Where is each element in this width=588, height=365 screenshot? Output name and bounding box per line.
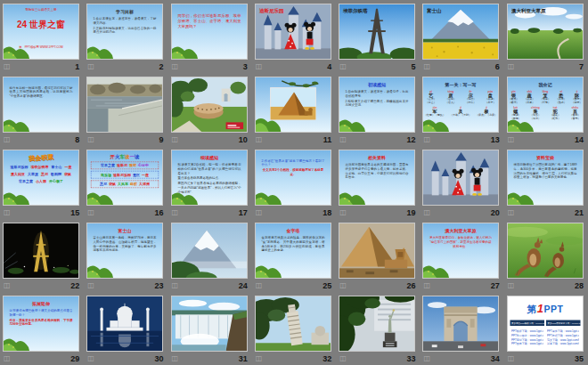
transition-icon[interactable]: ◫: [4, 282, 11, 289]
slide-thumbnail-27[interactable]: 澳大利亚大草原澳大利亚草原辽阔，畜牧业发达，被人们称为“骑在羊背上的国家”，那里…: [422, 223, 499, 279]
transition-icon[interactable]: ◫: [87, 136, 94, 143]
slide-thumbnail-5[interactable]: 埃菲尔铁塔: [339, 4, 415, 60]
transition-icon[interactable]: ◫: [172, 355, 179, 362]
slide-thumbnail-31[interactable]: [171, 296, 248, 352]
transition-icon[interactable]: ◫: [423, 355, 430, 362]
slide-thumbnail-22[interactable]: [3, 223, 79, 279]
slide-content: 第一关：写一写yì艺（艺术）（工艺）táng唐（唐朝）（唐人）ěr尔（偶尔）（尔…: [423, 77, 498, 132]
train-word-group: 悉尼袋鼠大风车骆驼大洋洲: [91, 181, 159, 189]
slide-thumbnail-24[interactable]: [171, 223, 248, 279]
photo-pisa: [256, 296, 331, 351]
vocab-entry: ěr尔（偶尔）（尔后）: [463, 90, 478, 105]
slide-thumbnail-18[interactable]: 2.作者在“世界之窗”游览了哪些地方？看到了什么？全文共有2个自然段，按游览顺序…: [255, 150, 331, 206]
transition-icon[interactable]: ◫: [339, 282, 347, 289]
slide-thumbnail-30[interactable]: [86, 296, 163, 352]
grass-hill-decoration: [4, 333, 39, 351]
transition-icon[interactable]: ◫: [87, 63, 94, 70]
body-line: 默读课文第2自然段，想一想：作者是带着怎样的心情游览“世界之窗”的？从哪些词句可…: [177, 163, 241, 175]
slide-number: 30: [155, 354, 164, 363]
slide-thumbnail-12[interactable]: 初读感知1.自由朗读课文，读准字音，读通句子，标出自然段序号。2.想想课文介绍了…: [339, 77, 415, 133]
transition-icon[interactable]: ◫: [508, 355, 515, 362]
slide-thumbnail-17[interactable]: 细读感知默读课文第2自然段，想一想：作者是带着怎样的心情游览“世界之窗”的？从哪…: [171, 150, 248, 206]
slide-title: 金字塔: [259, 228, 327, 234]
transition-icon[interactable]: ◫: [87, 209, 94, 216]
slide-thumbnail-6[interactable]: 富士山: [422, 4, 499, 60]
transition-icon[interactable]: ◫: [339, 355, 347, 362]
transition-icon[interactable]: ◫: [256, 136, 263, 143]
slide-thumbnail-2[interactable]: 学习目标1.会认本课生字，读准字音，读通课文，了解课文内容。2.正确流利地朗读课…: [86, 4, 163, 60]
edition-caption: 鄂教版三年级语文上册: [4, 8, 78, 12]
transition-icon[interactable]: ◫: [172, 209, 179, 216]
slide-thumbnail-23[interactable]: 富士山富士山是日本第一高峰，海拔3776米，是日本人民心中的圣岳。山顶终年积雪，…: [86, 223, 163, 279]
transition-icon[interactable]: ◫: [339, 63, 347, 70]
slide-thumbnail-15[interactable]: 我会积累迪斯尼乐园埃菲尔铁塔富士山一座澳大利亚大草原悉尼歌剧院袋鼠世界之窗小人国…: [3, 150, 79, 206]
transition-icon[interactable]: ◫: [256, 209, 263, 216]
slide-thumbnail-28[interactable]: [507, 223, 584, 279]
slide-thumbnail-21[interactable]: 资料宝袋埃菲尔铁塔位于法国巴黎战神广场，建于1889年，高300多米，是巴黎最高…: [507, 150, 584, 206]
photo-mini-park: [172, 77, 247, 132]
banner-strip[interactable]: 更多精品PPT模板下载：WWW.1PPT.COM: [510, 320, 544, 327]
slide-thumbnail-11[interactable]: [255, 77, 331, 133]
slide-cell-12: 初读感知1.自由朗读课文，读准字音，读通句子，标出自然段序号。2.想想课文介绍了…: [336, 73, 420, 146]
transition-icon[interactable]: ◫: [256, 63, 263, 70]
transition-icon[interactable]: ◫: [87, 355, 94, 362]
word-chip: 心目中: [138, 164, 149, 168]
transition-icon[interactable]: ◫: [172, 282, 179, 289]
slide-content: 开火车读一读世界之窗迪斯尼微缩心目中游乐场迪斯尼乐园景区一座悉尼袋鼠大风车骆驼大…: [87, 150, 162, 205]
slide-thumbnail-19[interactable]: 相关资料迪斯尼乐园是世界著名的主题游乐园，里面有许多深受孩子们喜爱的卡通人物，如…: [339, 150, 415, 206]
slide-thumbnail-14[interactable]: 我会记yín银（银色）（银河）shū蔬（蔬菜）（蔬果）lǒng笼（笼罩）（灯笼）…: [507, 77, 584, 133]
transition-icon[interactable]: ◫: [339, 209, 347, 216]
slide-thumbnail-4[interactable]: 迪斯尼乐园: [255, 4, 331, 60]
slide-thumbnail-33[interactable]: [339, 296, 415, 352]
slide-thumbnail-29[interactable]: 拓展延伸这节课你有哪些收获？课文介绍的景点你最喜欢哪一处？作业：搜集更多世界风景…: [3, 296, 79, 352]
transition-icon[interactable]: ◫: [508, 136, 515, 143]
transition-icon[interactable]: ◫: [4, 355, 11, 362]
slide-footer: ◫25: [256, 280, 331, 291]
slide-cell-33: ◫33: [336, 292, 420, 365]
transition-icon[interactable]: ◫: [172, 63, 179, 70]
slide-footer: ◫16: [87, 207, 163, 218]
transition-icon[interactable]: ◫: [508, 209, 515, 216]
slide-thumbnail-8[interactable]: 如今有这样一种游乐园，通过它我们可以了解世界上其他国家的风景名胜，这就是被称为“…: [3, 77, 79, 133]
slide-thumbnail-10[interactable]: [171, 77, 248, 133]
transition-icon[interactable]: ◫: [172, 136, 179, 143]
slide-thumbnail-7[interactable]: 澳大利亚大草原: [507, 4, 584, 60]
transition-icon[interactable]: ◫: [87, 282, 94, 289]
transition-icon[interactable]: ◫: [339, 136, 347, 143]
slide-thumbnail-9[interactable]: [86, 77, 163, 133]
slide-thumbnail-3[interactable]: 同学们，你们去过迪斯尼乐园、埃菲尔铁塔、富士山、金字塔、澳大利亚大草原吗？: [171, 4, 248, 60]
transition-icon[interactable]: ◫: [4, 136, 11, 143]
slide-number: 32: [323, 354, 331, 363]
grass-hill-decoration: [172, 41, 208, 59]
link-item[interactable]: PPT图表下载：www.1ppt.com/tubiao/: [511, 342, 543, 346]
banner-strip[interactable]: 更多PPT课件背景下载：WWW.1PPT.COM: [546, 320, 581, 327]
slide-thumbnail-25[interactable]: 金字塔金字塔是古埃及法老的陵墓，因形状像汉字的“金”字而得名。其中最大的是胡夫金…: [255, 223, 331, 279]
slide-thumbnail-34[interactable]: [422, 296, 499, 352]
link-item[interactable]: 试卷下载：www.1ppt.com/shiti/: [547, 342, 579, 346]
slide-thumbnail-26[interactable]: [339, 223, 415, 279]
transition-icon[interactable]: ◫: [4, 63, 11, 70]
slide-thumbnail-20[interactable]: [422, 150, 499, 206]
slide-number: 25: [323, 281, 331, 290]
body-line: 重点体会各处风景名胜的特点。: [177, 176, 241, 181]
transition-icon[interactable]: ◫: [256, 355, 263, 362]
slide-thumbnail-35[interactable]: 第1PPT更多精品PPT模板下载：WWW.1PPT.COM更多PPT课件背景下载…: [507, 296, 584, 352]
body-line: 1.自由朗读课文，读准字音，读通句子，标出自然段序号。: [346, 90, 409, 98]
transition-icon[interactable]: ◫: [423, 209, 430, 216]
transition-icon[interactable]: ◫: [423, 136, 430, 143]
slide-footer: ◫21: [508, 207, 584, 218]
transition-icon[interactable]: ◫: [423, 63, 430, 70]
slide-content: 学习目标1.会认本课生字，读准字音，读通课文，了解课文内容。2.正确流利地朗读课…: [87, 4, 162, 59]
slide-number: 22: [70, 281, 79, 290]
transition-icon[interactable]: ◫: [508, 63, 515, 70]
slide-thumbnail-32[interactable]: [255, 296, 331, 352]
slide-thumbnail-16[interactable]: 开火车读一读世界之窗迪斯尼微缩心目中游乐场迪斯尼乐园景区一座悉尼袋鼠大风车骆驼大…: [86, 150, 163, 206]
transition-icon[interactable]: ◫: [423, 282, 430, 289]
photo-liberty: [339, 296, 414, 351]
transition-icon[interactable]: ◫: [508, 282, 515, 289]
slide-thumbnail-13[interactable]: 第一关：写一写yì艺（艺术）（工艺）táng唐（唐朝）（唐人）ěr尔（偶尔）（尔…: [422, 77, 499, 133]
slide-thumbnail-1[interactable]: 鄂教版三年级语文上册24 世界之窗第一PPT模板网 WWW.1PPT.COM: [3, 4, 79, 60]
slide-number: 13: [491, 135, 500, 144]
transition-icon[interactable]: ◫: [256, 282, 263, 289]
transition-icon[interactable]: ◫: [4, 209, 11, 216]
